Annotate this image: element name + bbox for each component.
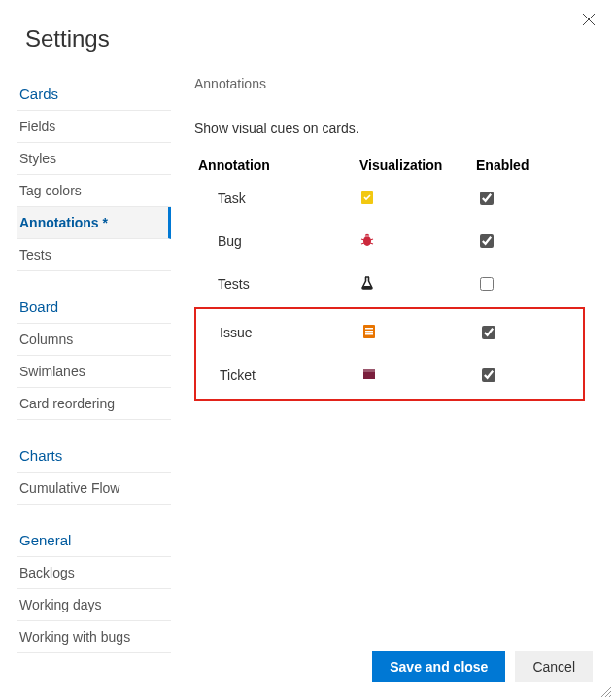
table-header: Annotation Visualization Enabled [194,154,585,177]
svg-point-6 [367,235,368,236]
sidebar-group-header: Cards [17,76,171,111]
bug-icon [359,232,476,251]
svg-rect-12 [365,328,373,330]
table-row: Tests [194,262,585,305]
dialog-title: Settings [0,0,614,52]
flask-icon [359,275,476,294]
enabled-checkbox[interactable] [480,277,494,291]
list-icon [361,324,478,342]
annotations-pane: Annotations Show visual cues on cards. A… [171,76,614,401]
sidebar-group-header: General [17,522,171,557]
highlighted-rows: IssueTicket [194,307,585,401]
pane-description: Show visual cues on cards. [194,121,585,136]
sidebar-item[interactable]: Styles [17,143,171,175]
annotation-label: Bug [194,233,359,249]
annotation-label: Task [194,191,359,206]
sidebar-item[interactable]: Cumulative Flow [17,472,171,505]
annotation-label: Ticket [196,368,361,383]
sidebar-item[interactable]: Tag colors [17,175,171,207]
sidebar-item[interactable]: Tests [17,239,171,271]
resize-grip-icon[interactable] [598,684,612,698]
svg-line-19 [609,695,611,697]
column-enabled: Enabled [476,158,534,173]
column-annotation: Annotation [194,158,359,173]
ticket-icon [361,367,478,385]
svg-rect-13 [365,331,373,332]
enabled-checkbox[interactable] [480,234,494,248]
table-row: Bug [194,220,585,262]
svg-point-5 [365,235,366,236]
svg-line-10 [370,243,373,244]
annotations-table: Annotation Visualization Enabled TaskBug… [194,154,585,401]
enabled-checkbox[interactable] [482,368,495,382]
svg-rect-14 [365,333,373,335]
settings-dialog: Settings CardsFieldsStylesTag colorsAnno… [0,0,614,700]
cancel-button[interactable]: Cancel [515,651,593,682]
dialog-footer: Save and close Cancel [372,651,593,682]
enabled-checkbox[interactable] [482,326,495,339]
settings-sidebar: CardsFieldsStylesTag colorsAnnotations *… [17,76,171,653]
svg-rect-16 [363,369,375,372]
sidebar-item[interactable]: Working with bugs [17,621,171,653]
pane-title: Annotations [194,76,585,91]
sidebar-item[interactable]: Swimlanes [17,356,171,388]
save-and-close-button[interactable]: Save and close [372,651,505,682]
annotation-label: Issue [196,325,361,340]
column-visualization: Visualization [359,158,476,173]
sidebar-item[interactable]: Backlogs [17,557,171,589]
svg-line-9 [361,243,364,244]
annotation-label: Tests [194,276,359,292]
sidebar-item[interactable]: Annotations * [17,207,171,239]
enabled-checkbox[interactable] [480,192,494,205]
sidebar-group-header: Board [17,289,171,324]
table-row: Task [194,177,585,220]
task-icon [359,190,476,208]
sidebar-item[interactable]: Working days [17,589,171,621]
sidebar-item[interactable]: Columns [17,324,171,356]
table-row: Issue [196,311,583,354]
sidebar-group-header: Charts [17,438,171,472]
sidebar-item[interactable]: Fields [17,111,171,143]
table-row: Ticket [196,354,583,397]
sidebar-item[interactable]: Card reordering [17,388,171,420]
close-icon[interactable] [581,12,597,27]
